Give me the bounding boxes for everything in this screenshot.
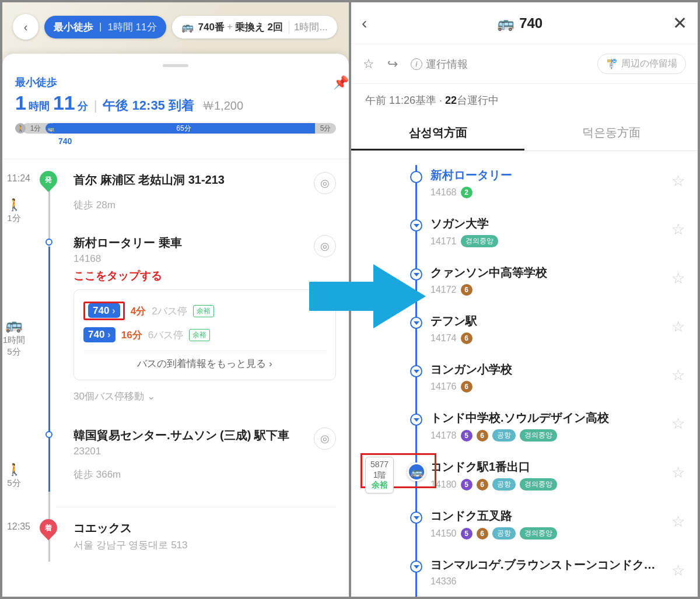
walk-icon: 🚶1分 [2, 198, 26, 224]
stop-meta: 1418056공항경의중앙 [430, 478, 686, 491]
direction-tabs: 삼성역方面 덕은동方面 [351, 117, 698, 151]
stop-name: コンドク駅1番出口 [430, 459, 686, 475]
stop-dot-icon [46, 431, 52, 438]
line-badge: 6 [461, 381, 473, 393]
tab-direction-2[interactable]: 덕은동方面 [524, 117, 698, 150]
arrival-card: 740 4分 2バス停 余裕 740 16分 6バス停 余裕 [74, 289, 336, 380]
location-button[interactable]: ◎ [314, 235, 336, 257]
walk-icon: 🚶5分 [2, 463, 26, 489]
bus-icon: 🚌 [497, 15, 514, 31]
location-button[interactable]: ◎ [314, 172, 336, 194]
header: ‹ 🚌740 ✕ [351, 2, 698, 44]
stop-id: 14168 [430, 187, 457, 198]
stop-meta: 141766 [430, 381, 686, 393]
sheet-handle[interactable] [163, 64, 188, 67]
card-more-button[interactable]: バスの到着情報をもっと見る › [83, 351, 326, 372]
bus-icon: 🚌1時間 5分 [2, 317, 26, 357]
line-tag: 공항 [492, 527, 516, 540]
stop-dot-icon [410, 171, 422, 183]
annotation-arrow [309, 261, 426, 331]
stop-item[interactable]: ☆ コンドク五叉路 1415056공항경의중앙 [351, 502, 698, 551]
star-icon[interactable]: ☆ [671, 269, 685, 288]
stop-id: 14176 [430, 381, 457, 392]
status-row: 午前 11:26基準 · 22台運行中 [351, 84, 698, 117]
stop-item[interactable]: ☆ トンド中学校.ソウルデザイン高校 1417856공항경의중앙 [351, 404, 698, 453]
stop-meta: 1415056공항경의중앙 [430, 527, 686, 540]
stop-item[interactable]: ☆ ヨンマルコゲ.ブラウンストーンコンドク… 14336 [351, 551, 698, 597]
stop-item[interactable]: ☆ ヨンガン小学校 141766 [351, 356, 698, 404]
line-badge: 5 [461, 528, 473, 540]
star-icon[interactable]: ☆ [671, 562, 685, 580]
info-icon: i [411, 58, 422, 70]
stop-item[interactable]: ☆ ソガン大学 14171경의중앙 [351, 210, 698, 259]
close-button[interactable]: ✕ [673, 13, 687, 33]
stop-name: ヨンガン小学校 [430, 362, 686, 377]
route-title: 最小徒歩 [15, 75, 336, 89]
stop-name: ソガン大学 [430, 216, 686, 232]
stop-meta: 1417856공항경의중앙 [430, 429, 686, 442]
annotation-red-text: ここをタップする [74, 268, 336, 283]
star-icon[interactable]: ☆ [671, 415, 685, 433]
line-badge: 6 [477, 430, 488, 442]
tl-dest: 12:35 着 コエックス 서울 강남구 영동대로 513 [56, 520, 336, 565]
timeline: 11:24 発 ◎ 首尔 麻浦区 老姑山洞 31-213 徒歩 28m 🚶1分 … [2, 172, 349, 565]
line-tag: 경의중앙 [461, 235, 498, 247]
location-button[interactable]: ◎ [314, 428, 336, 450]
stop-name: 新村ロータリー [430, 167, 686, 183]
star-icon[interactable]: ☆ [671, 318, 685, 336]
svg-marker-0 [309, 264, 426, 328]
top-pill-row: ‹ 最小徒歩 | 1時間 11分 🚌 740番 + 乗換え 2回 1時間... [13, 14, 337, 40]
stop-name: ヨンマルコゲ.ブラウンストーンコンドク… [430, 557, 686, 573]
stop-name: コンドク五叉路 [430, 508, 686, 524]
stop-meta: 14171경의중앙 [430, 235, 686, 247]
line-badge: 5 [461, 479, 473, 491]
stop-id: 14336 [430, 576, 457, 587]
segment-bar: 🚶 1分 🚌 65分 5分 [15, 122, 336, 134]
star-icon[interactable]: ☆ [671, 172, 685, 190]
star-icon[interactable]: ☆ [671, 220, 685, 239]
stop-name: クァンソン中高等学校 [430, 265, 686, 281]
stop-id: 14178 [430, 430, 457, 441]
stop-item[interactable]: 58771階余裕 🚌 ☆ コンドク駅1番出口 1418056공항경의중앙 [351, 453, 698, 502]
stop-meta: 141726 [430, 284, 686, 296]
route-time-row: 1 時間 11 分 | 午後 12:35 到着 ￦1,200 [15, 92, 336, 114]
route-pill-minwalk[interactable]: 最小徒歩 | 1時間 11分 [44, 16, 166, 38]
line-badge: 6 [477, 479, 488, 491]
stop-id: 14171 [430, 236, 457, 247]
stop-dot-icon [410, 219, 422, 232]
share-icon[interactable]: ↪ [387, 57, 398, 72]
tab-direction-1[interactable]: 삼성역方面 [351, 117, 524, 150]
line-badge: 6 [477, 528, 488, 540]
bus-row-1[interactable]: 740 4分 2バス停 余裕 [83, 298, 326, 324]
back-button[interactable]: ‹ [362, 14, 367, 33]
stop-dot-icon [410, 512, 422, 524]
route-pill-740[interactable]: 🚌 740番 + 乗換え 2回 1時間... [172, 16, 337, 38]
end-pin-icon: 着 [36, 516, 61, 540]
star-icon[interactable]: ☆ [671, 464, 685, 482]
stop-meta: 14336 [430, 576, 686, 587]
bus-row-2[interactable]: 740 16分 6バス停 余裕 [83, 324, 326, 346]
walk-icon: 🚶 [15, 123, 26, 134]
line-badge: 6 [461, 332, 473, 344]
star-icon[interactable]: ☆ [363, 57, 374, 72]
pin-icon[interactable]: 📌 [333, 75, 349, 90]
tl-start: 11:24 発 ◎ 首尔 麻浦区 老姑山洞 31-213 徒歩 28m 🚶1分 [56, 172, 336, 225]
stop-list[interactable]: ☆ 新村ロータリー 141682 ☆ ソガン大学 14171경의중앙 ☆ クァン… [351, 151, 698, 597]
stop-dot-icon [410, 414, 422, 426]
stop-item[interactable]: ☆ 新村ロータリー 141682 [351, 162, 698, 210]
star-icon[interactable]: ☆ [671, 366, 685, 384]
info-button[interactable]: i運行情報 [411, 57, 468, 71]
start-pin-icon: 発 [36, 167, 61, 192]
back-button[interactable]: ‹ [13, 14, 38, 40]
line-tag: 경의중앙 [520, 478, 557, 491]
bus-icon: 🚌 [181, 21, 194, 33]
star-icon[interactable]: ☆ [671, 513, 685, 531]
pill-label: 最小徒歩 [54, 20, 93, 34]
line-tag: 공항 [492, 478, 516, 491]
nearby-stops-button[interactable]: 🚏周辺の停留場 [597, 54, 686, 74]
action-row: ☆ ↪ i運行情報 🚏周辺の停留場 [351, 44, 698, 84]
tl-off: ◎ 韓国貿易センター.サムソン (三成) 駅下車 23201 徒歩 366m 🚶… [56, 428, 336, 494]
stop-id: 14172 [430, 285, 457, 295]
header-title: 🚌740 [497, 15, 542, 31]
stops-expand[interactable]: 30個バス停移動 ⌄ [74, 390, 336, 403]
